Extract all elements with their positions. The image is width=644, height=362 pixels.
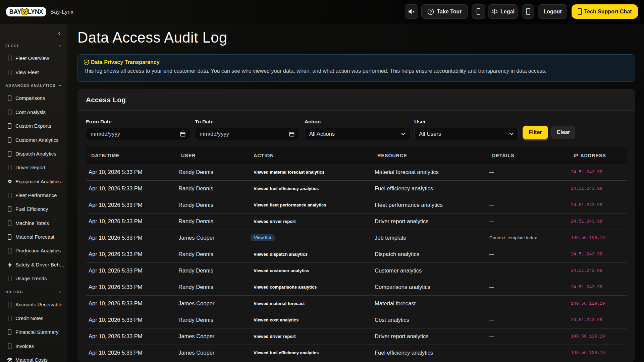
svg-text:?: ?	[430, 10, 432, 14]
